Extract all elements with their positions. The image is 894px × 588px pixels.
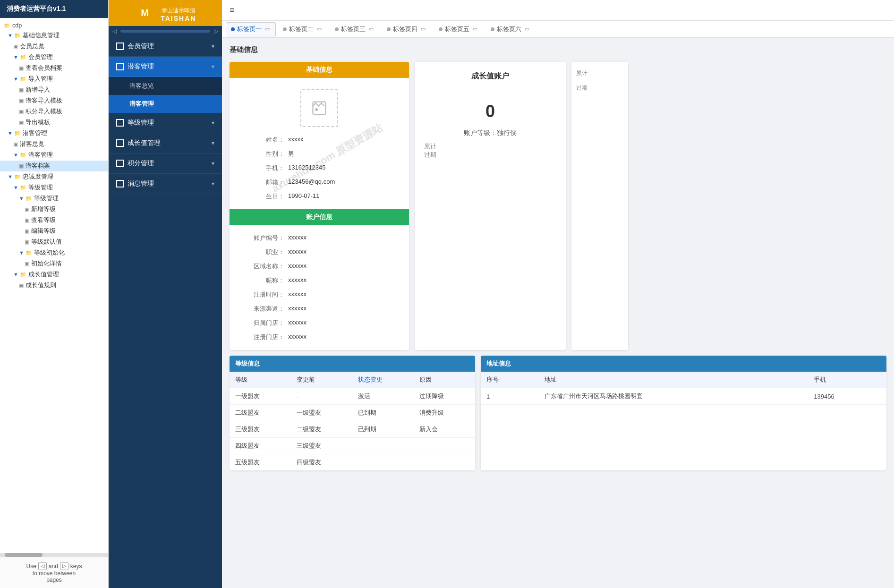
nav-item-growth[interactable]: 成长值管理 ▾ xyxy=(109,133,222,153)
nav-label-5: 消息管理 xyxy=(128,179,154,188)
tab-close-2[interactable]: ▭ xyxy=(316,26,323,33)
tree-xinzeng-dengji[interactable]: ▣ 新增等级 xyxy=(0,204,108,215)
folder-expand-icon3: ▼ 📁 xyxy=(13,76,26,82)
label-nickname: 昵称： xyxy=(247,276,284,285)
value-occupation: xxxxxx xyxy=(288,248,307,256)
level-cell-4-0: 五级盟友 xyxy=(230,454,291,471)
nav-scrollbar[interactable]: ◁ ▷ xyxy=(109,26,222,36)
growth-extra: 累计 过期 xyxy=(424,142,556,159)
tree-jichu[interactable]: ▼ 📁 基础信息管理 xyxy=(0,30,108,41)
nav-item-jifen[interactable]: 积分管理 ▾ xyxy=(109,153,222,174)
tab-label-6: 标签页六 xyxy=(497,25,521,34)
growth-extra2: 过期 xyxy=(424,151,436,158)
value-nickname: xxxxxx xyxy=(288,276,307,285)
page-icon5: ▣ xyxy=(19,109,24,115)
tab-6[interactable]: 标签页六 ▭ xyxy=(485,22,536,36)
growth-extra1: 累计 xyxy=(424,143,436,150)
page-icon4: ▣ xyxy=(19,98,24,104)
tab-1[interactable]: 标签页一 ▭ xyxy=(226,22,276,36)
tab-dot-1 xyxy=(231,27,235,31)
tree-huiyuan-mgmt[interactable]: ▼ 📁 会员管理 xyxy=(0,52,108,63)
nav-item-msg[interactable]: 消息管理 ▾ xyxy=(109,174,222,194)
tab-close-5[interactable]: ▭ xyxy=(472,26,478,33)
basic-info-body: 姓名： xxxxx 性别： 男 手机： 13162512345 邮箱： 1234… xyxy=(230,78,409,209)
nav-sub-qianke-zonglan[interactable]: 潜客总览 xyxy=(109,77,222,95)
nav-scroll-left[interactable]: ◁ xyxy=(111,27,119,35)
hint-and: and xyxy=(49,563,58,570)
nav-scroll-right[interactable]: ▷ xyxy=(212,27,220,35)
nav-scroll-thumb xyxy=(120,30,210,33)
app-title: 消费者运营平台v1.1 xyxy=(0,0,108,18)
tree-qianke-section[interactable]: ▼ 📁 潜客管理 xyxy=(0,128,108,139)
hint-pages: pages xyxy=(46,577,62,583)
level-cell-3-2 xyxy=(352,438,414,454)
tab-label-4: 标签页四 xyxy=(393,25,417,34)
hint-keys: keys xyxy=(70,563,82,570)
logo-sub: 泰山迪示啤酒 xyxy=(161,7,196,15)
tree-zhongcheng[interactable]: ▼ 📁 忠诚度管理 xyxy=(0,171,108,182)
field-belong-store: 归属门店： xxxxxx xyxy=(237,316,401,330)
nav-logo: M 泰山迪示啤酒 TAISHAN xyxy=(109,0,222,26)
tree-qianke-dangan[interactable]: ▣ 潜客档案 xyxy=(0,161,108,171)
tree-daochu[interactable]: ▣ 导出模板 xyxy=(0,117,108,128)
field-area: 区域名称： xxxxxx xyxy=(237,259,401,273)
nav-sub-qianke-mgmt[interactable]: 潜客管理 xyxy=(109,95,222,113)
tree-chakan-huiyuan[interactable]: ▣ 查看会员档案 xyxy=(0,63,108,74)
partial-label: 累计 xyxy=(576,69,587,77)
tab-close-3[interactable]: ▭ xyxy=(368,26,375,33)
address-row-0: 1 广东省广州市天河区马场路桃园明宴 139456 xyxy=(481,388,886,405)
folder-expand-icon2: ▼ 📁 xyxy=(13,54,26,60)
tree-huiyuan-zonglan[interactable]: ▣ 会员总览 xyxy=(0,41,108,52)
tab-close-1[interactable]: ▭ xyxy=(264,26,271,33)
tab-close-4[interactable]: ▭ xyxy=(420,26,426,33)
nav-square-icon-4 xyxy=(116,160,124,167)
account-info-header: 账户信息 xyxy=(230,209,409,225)
hamburger-icon[interactable]: ≡ xyxy=(230,5,235,15)
tab-2[interactable]: 标签页二 ▭ xyxy=(278,22,328,36)
tab-close-6[interactable]: ▭ xyxy=(524,26,530,33)
tree-chakan-dengji[interactable]: ▣ 查看等级 xyxy=(0,215,108,226)
tree-xinzeng-daoru[interactable]: ▣ 新增导入 xyxy=(0,85,108,95)
nav-label-0: 会员管理 xyxy=(128,42,154,51)
value-reg-store: xxxxxx xyxy=(288,333,307,341)
top-cards-row: 基础信息 姓名： xxxxx 性别： xyxy=(230,62,886,350)
tree-jifen-daoru[interactable]: ▣ 积分导入模板 xyxy=(0,106,108,117)
page-icon7: ▣ xyxy=(13,141,18,147)
tree-dengji-moren[interactable]: ▣ 等级默认值 xyxy=(0,237,108,247)
tab-4[interactable]: 标签页四 ▭ xyxy=(382,22,432,36)
growth-value: 0 xyxy=(485,102,495,121)
tree-dengji-sub[interactable]: ▼ 📁 等级管理 xyxy=(0,193,108,204)
basic-info-card: 基础信息 姓名： xxxxx 性别： xyxy=(230,62,409,350)
tab-3[interactable]: 标签页三 ▭ xyxy=(330,22,380,36)
nav-item-huiyuan[interactable]: 会员管理 ▾ xyxy=(109,36,222,57)
tree-root[interactable]: 📁 cdp xyxy=(0,21,108,30)
tab-5[interactable]: 标签页五 ▭ xyxy=(434,22,484,36)
field-email: 邮箱： 123456@qq.com xyxy=(237,175,401,189)
tree-bianji-dengji[interactable]: ▣ 编辑等级 xyxy=(0,226,108,237)
sidebar-tree: 消费者运营平台v1.1 📁 cdp ▼ 📁 基础信息管理 ▣ 会员总览 ▼ 📁 … xyxy=(0,0,109,588)
nav-submenu-qianke: 潜客总览 潜客管理 xyxy=(109,77,222,113)
sidebar-hscrollbar[interactable] xyxy=(0,553,108,557)
tree-dengji-section[interactable]: ▼ 📁 等级管理 xyxy=(0,182,108,193)
field-gender: 性别： 男 xyxy=(237,147,401,161)
col-level: 等级 xyxy=(230,372,291,388)
tree-dengji-init[interactable]: ▼ 📁 等级初始化 xyxy=(0,247,108,258)
page-title: 基础信息 xyxy=(230,45,886,54)
nav-item-dengji[interactable]: 等级管理 ▾ xyxy=(109,113,222,133)
tree-qianke-mgmt[interactable]: ▼ 📁 潜客管理 xyxy=(0,150,108,161)
tab-dot-3 xyxy=(335,27,339,31)
nav-chevron-1: ▾ xyxy=(212,63,214,70)
tree-qianke-daoru[interactable]: ▣ 潜客导入模板 xyxy=(0,95,108,106)
page-icon14: ▣ xyxy=(19,282,24,289)
level-cell-1-1: 一级盟友 xyxy=(291,405,352,421)
tree-qianke-zonglan[interactable]: ▣ 潜客总览 xyxy=(0,139,108,150)
nav-item-qianke[interactable]: 潜客管理 ▾ xyxy=(109,57,222,77)
field-regtime: 注册时间： xxxxxx xyxy=(237,288,401,302)
tree-init-detail[interactable]: ▣ 初始化详情 xyxy=(0,258,108,269)
tree-growth-rule[interactable]: ▣ 成长值规则 xyxy=(0,280,108,291)
tree-growth-section[interactable]: ▼ 📁 成长值管理 xyxy=(0,269,108,280)
label-reg-store: 注册门店： xyxy=(247,333,284,341)
address-card-header: 地址信息 xyxy=(481,356,886,372)
tree-container: 📁 cdp ▼ 📁 基础信息管理 ▣ 会员总览 ▼ 📁 会员管理 ▣ 查看会员档… xyxy=(0,18,108,553)
tree-daoru-mgmt[interactable]: ▼ 📁 导入管理 xyxy=(0,74,108,85)
